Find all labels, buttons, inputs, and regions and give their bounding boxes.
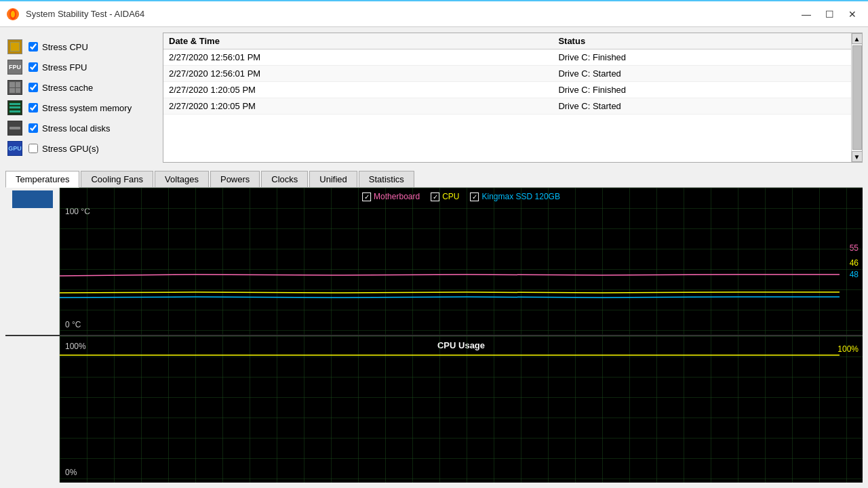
memory-icon — [5, 98, 24, 117]
stress-cpu-item: Stress CPU — [5, 38, 155, 56]
tab-voltages[interactable]: Voltages — [155, 171, 209, 187]
tab-clocks[interactable]: Clocks — [261, 171, 308, 187]
log-table: Date & Time Status 2/27/2020 12:56:01 PM… — [163, 33, 851, 162]
svg-rect-4 — [60, 336, 863, 483]
maximize-button[interactable]: ☐ — [819, 6, 840, 22]
log-row: 2/27/2020 12:56:01 PMDrive C: Started — [163, 66, 851, 82]
app-title: System Stability Test - AIDA64 — [26, 9, 796, 19]
log-datetime: 2/27/2020 12:56:01 PM — [163, 49, 553, 66]
chart-split: ✓ Motherboard ✓ CPU ✓ — [5, 188, 863, 483]
stress-disk-checkbox[interactable] — [28, 123, 38, 133]
col-datetime: Date & Time — [163, 33, 553, 49]
log-datetime: 2/27/2020 1:20:05 PM — [163, 82, 553, 98]
window-controls: — ☐ ✕ — [796, 6, 863, 22]
disk-icon — [5, 119, 24, 138]
title-bar: System Stability Test - AIDA64 — ☐ ✕ — [0, 0, 868, 27]
stress-cache-item: Stress cache — [5, 79, 155, 96]
log-row: 2/27/2020 12:56:01 PMDrive C: Finished — [163, 49, 851, 66]
temp-sidebar — [5, 188, 60, 335]
stress-gpu-label: Stress GPU(s) — [42, 144, 99, 154]
stress-disk-label: Stress local disks — [42, 123, 110, 134]
temperature-row: ✓ Motherboard ✓ CPU ✓ — [5, 188, 863, 336]
stress-fpu-item: FPU Stress FPU — [5, 58, 155, 76]
stress-fpu-label: Stress FPU — [42, 62, 87, 73]
scroll-thumb[interactable] — [852, 45, 862, 150]
temp-chart-svg — [60, 188, 863, 335]
cpu-usage-chart: CPU Usage 100% 0% 100% — [60, 336, 863, 483]
tab-powers[interactable]: Powers — [210, 171, 260, 187]
chart-tabs: Temperatures Cooling Fans Voltages Power… — [5, 168, 863, 188]
stress-gpu-item: GPU Stress GPU(s) — [5, 140, 155, 157]
fpu-icon: FPU — [5, 58, 24, 77]
usage-sidebar — [5, 336, 60, 483]
stress-fpu-checkbox[interactable] — [28, 62, 38, 72]
top-section: Stress CPU FPU Stress FPU — [5, 33, 863, 163]
col-status: Status — [553, 33, 851, 49]
gpu-icon: GPU — [5, 139, 24, 158]
log-panel: Date & Time Status 2/27/2020 12:56:01 PM… — [163, 33, 863, 163]
app-icon — [5, 7, 20, 22]
svg-rect-3 — [60, 188, 863, 335]
stress-memory-checkbox[interactable] — [28, 103, 38, 113]
stress-memory-item: Stress system memory — [5, 99, 155, 117]
tab-unified[interactable]: Unified — [309, 171, 357, 187]
blue-indicator — [12, 190, 53, 208]
log-status: Drive C: Started — [553, 98, 851, 115]
stress-cpu-checkbox[interactable] — [28, 42, 38, 52]
main-content: Stress CPU FPU Stress FPU — [0, 27, 868, 488]
cpu-usage-row: CPU Usage 100% 0% 100% — [5, 336, 863, 483]
cpu-icon — [5, 37, 24, 56]
scroll-down-button[interactable]: ▼ — [852, 151, 863, 162]
log-scrollbar[interactable]: ▲ ▼ — [851, 33, 862, 162]
tab-cooling-fans[interactable]: Cooling Fans — [81, 171, 153, 187]
stress-cpu-label: Stress CPU — [42, 42, 88, 52]
charts-area: ✓ Motherboard ✓ CPU ✓ — [5, 188, 863, 483]
stress-gpu-checkbox[interactable] — [28, 144, 38, 153]
stress-disk-item: Stress local disks — [5, 119, 155, 137]
log-status: Drive C: Finished — [553, 49, 851, 66]
log-datetime: 2/27/2020 12:56:01 PM — [163, 66, 553, 82]
tab-temperatures[interactable]: Temperatures — [5, 171, 79, 188]
log-row: 2/27/2020 1:20:05 PMDrive C: Started — [163, 98, 851, 115]
stress-memory-label: Stress system memory — [42, 103, 132, 113]
close-button[interactable]: ✕ — [842, 6, 863, 22]
cache-icon — [5, 78, 24, 97]
svg-point-2 — [11, 11, 15, 18]
log-status: Drive C: Started — [553, 66, 851, 82]
log-status: Drive C: Finished — [553, 82, 851, 98]
tab-statistics[interactable]: Statistics — [359, 171, 414, 187]
temperature-chart: ✓ Motherboard ✓ CPU ✓ — [60, 188, 863, 335]
log-row: 2/27/2020 1:20:05 PMDrive C: Finished — [163, 82, 851, 98]
scroll-up-button[interactable]: ▲ — [852, 33, 863, 44]
cpu-chart-svg — [60, 336, 863, 483]
stress-cache-checkbox[interactable] — [28, 83, 38, 92]
stress-options-panel: Stress CPU FPU Stress FPU — [5, 33, 155, 163]
minimize-button[interactable]: — — [796, 6, 816, 22]
stress-cache-label: Stress cache — [42, 83, 93, 93]
log-datetime: 2/27/2020 1:20:05 PM — [163, 98, 553, 115]
